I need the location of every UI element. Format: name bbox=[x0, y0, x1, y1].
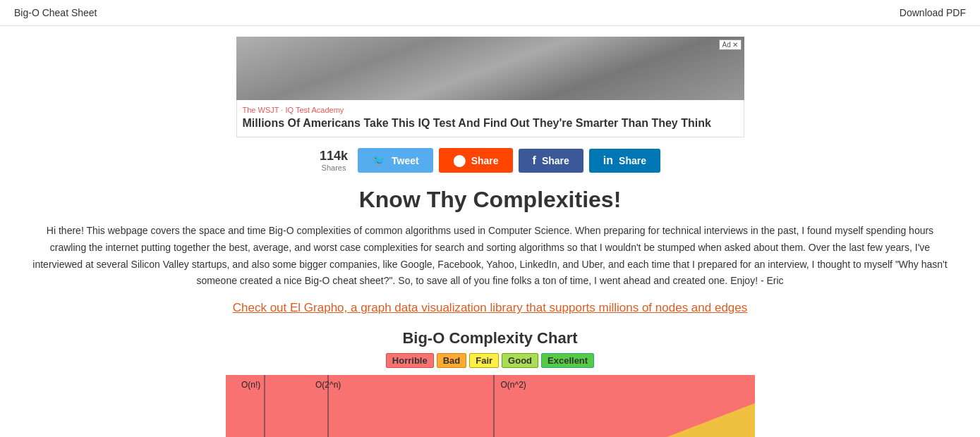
share-count-label: Shares bbox=[320, 164, 348, 172]
ad-text-block[interactable]: The WSJT · IQ Test Academy Millions Of A… bbox=[236, 100, 744, 137]
reddit-label: Share bbox=[471, 155, 499, 166]
chart-legend: Horrible Bad Fair Good Excellent bbox=[14, 353, 966, 368]
page-title: Know Thy Complexities! bbox=[14, 187, 966, 213]
facebook-share-button[interactable]: f Share bbox=[519, 149, 583, 173]
legend-horrible: Horrible bbox=[386, 353, 434, 368]
page-header: Big-O Cheat Sheet Download PDF bbox=[0, 0, 980, 26]
twitter-icon: 🐦 bbox=[372, 154, 386, 167]
reddit-share-button[interactable]: ⬤ Share bbox=[439, 148, 513, 173]
ad-label: Ad ✕ bbox=[719, 39, 741, 50]
ad-headline: Millions Of Americans Take This IQ Test … bbox=[237, 116, 744, 134]
complexity-chart: O(n!) O(2^n) O(n^2) bbox=[226, 375, 755, 437]
ad-source: The WSJT · IQ Test Academy bbox=[237, 104, 744, 116]
linkedin-share-button[interactable]: in Share bbox=[589, 149, 660, 173]
social-share-bar: 114k Shares 🐦 Tweet ⬤ Share f Share in S… bbox=[0, 148, 980, 173]
ad-image: Ad ✕ bbox=[236, 37, 744, 100]
tweet-label: Tweet bbox=[392, 155, 419, 166]
main-content: Know Thy Complexities! Hi there! This we… bbox=[0, 187, 980, 437]
legend-excellent: Excellent bbox=[541, 353, 594, 368]
el-grapho-link[interactable]: Check out El Grapho, a graph data visual… bbox=[14, 301, 966, 315]
linkedin-label: Share bbox=[619, 155, 646, 166]
download-pdf-link[interactable]: Download PDF bbox=[900, 7, 966, 18]
share-count-number: 114k bbox=[320, 149, 348, 164]
chart-title: Big-O Complexity Chart bbox=[14, 329, 966, 347]
linkedin-icon: in bbox=[603, 154, 613, 167]
facebook-label: Share bbox=[542, 155, 569, 166]
reddit-icon: ⬤ bbox=[453, 154, 466, 167]
svg-rect-0 bbox=[226, 375, 755, 437]
tweet-button[interactable]: 🐦 Tweet bbox=[358, 148, 433, 173]
site-title: Big-O Cheat Sheet bbox=[14, 7, 97, 18]
ad-face-image bbox=[236, 37, 744, 100]
ad-container: Ad ✕ The WSJT · IQ Test Academy Millions… bbox=[236, 37, 744, 137]
legend-good: Good bbox=[502, 353, 538, 368]
description-text: Hi there! This webpage covers the space … bbox=[32, 223, 949, 290]
chart-svg bbox=[226, 375, 755, 437]
share-count: 114k Shares bbox=[320, 149, 348, 172]
legend-fair: Fair bbox=[469, 353, 499, 368]
facebook-icon: f bbox=[533, 154, 536, 167]
legend-bad: Bad bbox=[437, 353, 467, 368]
